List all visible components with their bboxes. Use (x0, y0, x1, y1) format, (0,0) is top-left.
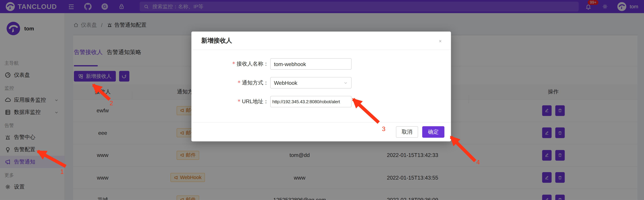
modal-body: *接收人名称： *通知方式： WebHook *URL地址： (192, 50, 451, 107)
notify-method-label: 通知方式： (242, 80, 269, 86)
form-row-url: *URL地址： (192, 96, 451, 107)
modal-header: 新增接收人 (192, 32, 451, 50)
required-marker: * (232, 61, 235, 67)
field-label: *通知方式： (192, 79, 269, 87)
required-marker: * (238, 80, 241, 86)
app-window: TANCLOUD G 99+ (0, 0, 644, 200)
modal-footer: 取消 确定 (192, 122, 451, 141)
select-chevron-down-icon (343, 81, 348, 85)
receiver-name-label: 接收人名称： (236, 61, 268, 67)
cancel-button[interactable]: 取消 (396, 126, 418, 138)
required-marker: * (238, 98, 241, 104)
url-input[interactable] (270, 96, 352, 107)
close-icon[interactable] (436, 37, 444, 45)
notify-method-value: WebHook (274, 80, 297, 86)
confirm-button[interactable]: 确定 (422, 126, 444, 138)
form-row-receiver-name: *接收人名称： (192, 58, 451, 70)
field-label: *接收人名称： (192, 60, 269, 68)
add-receiver-modal: 新增接收人 *接收人名称： *通知方式： WebHook *URL地址： (192, 32, 451, 141)
field-label: *URL地址： (192, 98, 269, 105)
modal-title: 新增接收人 (201, 37, 232, 45)
url-label: URL地址： (242, 98, 269, 104)
notify-method-select[interactable]: WebHook (270, 77, 352, 89)
receiver-name-input[interactable] (270, 58, 352, 70)
form-row-notify-method: *通知方式： WebHook (192, 77, 451, 89)
